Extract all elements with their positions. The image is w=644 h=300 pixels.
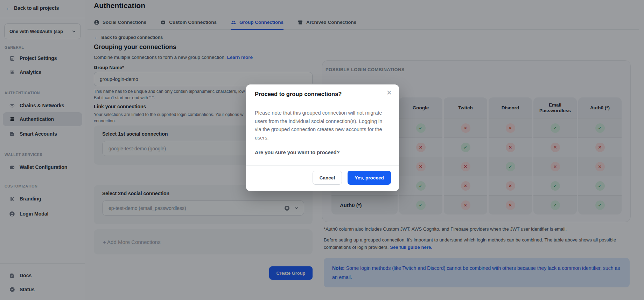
modal-question: Are you sure you want to proceed? <box>255 150 340 155</box>
modal-title: Proceed to group connections? <box>255 91 342 97</box>
close-icon[interactable]: ✕ <box>385 88 393 97</box>
cancel-button[interactable]: Cancel <box>313 171 342 185</box>
app-window: ← Back to all projects One with Web3Auth… <box>0 0 644 300</box>
modal-divider <box>246 165 399 166</box>
modal-divider <box>246 105 399 105</box>
proceed-modal: Proceed to group connections? ✕ Please n… <box>246 84 399 191</box>
modal-body-text: Please note that this grouped connection… <box>255 109 389 142</box>
yes-proceed-button[interactable]: Yes, proceed <box>348 171 391 185</box>
